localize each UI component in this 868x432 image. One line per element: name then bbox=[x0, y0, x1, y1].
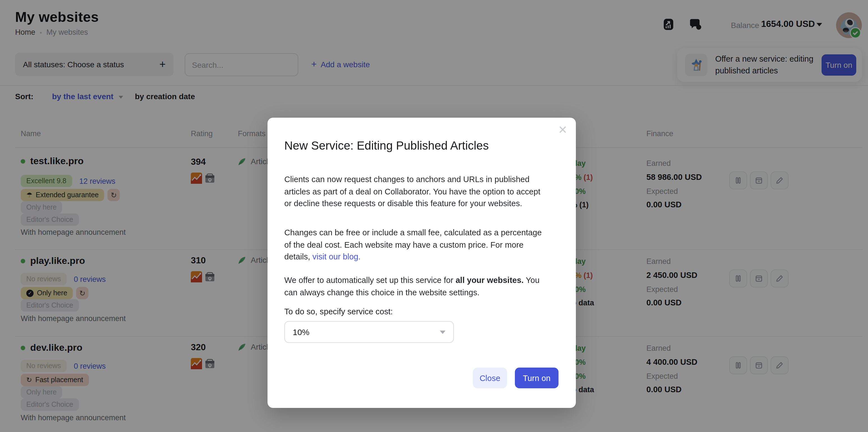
service-cost-label: To do so, specify service cost: bbox=[284, 307, 393, 316]
new-service-modal: × New Service: Editing Published Article… bbox=[268, 118, 576, 408]
modal-close-button[interactable]: Close bbox=[473, 368, 507, 388]
blog-link[interactable]: visit our blog. bbox=[313, 252, 361, 261]
service-cost-select[interactable]: 10% bbox=[284, 321, 454, 343]
modal-paragraph: Clients can now request changes to ancho… bbox=[284, 174, 540, 210]
close-icon[interactable]: × bbox=[559, 122, 567, 137]
modal-paragraph: Changes can be free or include a small f… bbox=[284, 227, 542, 263]
page: My websites Home • My websites Balance 1… bbox=[0, 0, 868, 432]
chevron-down-icon bbox=[440, 330, 445, 334]
modal-paragraph: We offer to automatically set up this se… bbox=[284, 275, 539, 299]
service-cost-value: 10% bbox=[293, 327, 309, 337]
modal-title: New Service: Editing Published Articles bbox=[284, 139, 489, 152]
modal-turn-on-button[interactable]: Turn on bbox=[515, 368, 559, 388]
